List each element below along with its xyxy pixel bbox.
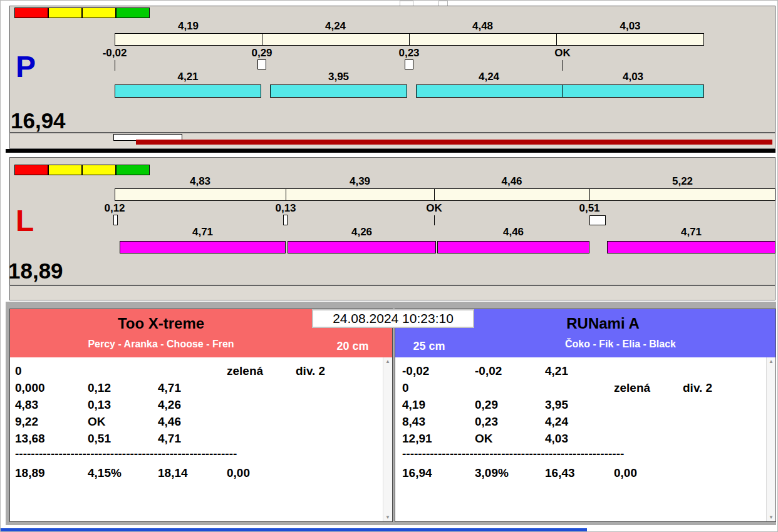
lane-p-traffic-lights xyxy=(14,8,150,18)
scroll-down-icon[interactable]: ▼ xyxy=(385,514,390,520)
split-segment xyxy=(557,34,703,45)
lane-l-run-value: 4,26 xyxy=(288,227,436,237)
lane-p-run-value: 3,95 xyxy=(270,72,407,82)
table-cell: div. 2 xyxy=(296,364,383,378)
split-segment xyxy=(590,189,775,200)
lane-l-split-value: 4,46 xyxy=(434,176,589,187)
results-divider: ----------------------------------------… xyxy=(402,447,766,461)
table-row: 4,830,134,26 xyxy=(15,396,383,413)
split-segment xyxy=(286,189,435,200)
red-light-icon xyxy=(14,165,48,175)
table-cell: 3,09% xyxy=(475,466,545,480)
taskbar-fragment[interactable] xyxy=(1,528,587,532)
split-segment xyxy=(410,34,557,45)
lane-l-change-value: OK xyxy=(415,203,453,213)
table-cell: 0 xyxy=(402,381,475,395)
table-row: 16,943,09%16,430,00 xyxy=(402,464,766,481)
team-left-members: Percy - Aranka - Choose - Fren xyxy=(10,337,312,351)
green-light-icon xyxy=(116,8,150,18)
lane-l-split-value: 4,39 xyxy=(286,176,434,187)
team-right-results: -0,02-0,024,210zelenádiv. 24,190,293,958… xyxy=(395,357,766,521)
table-cell: 8,43 xyxy=(402,415,475,429)
table-cell: 16,43 xyxy=(545,466,614,480)
lane-l-change-value: 0,12 xyxy=(96,203,133,213)
table-cell: 4,46 xyxy=(158,415,227,429)
lane-p-letter: P xyxy=(16,52,36,82)
team-left-results: 0zelenádiv. 20,0000,124,714,830,134,269,… xyxy=(10,357,383,521)
table-cell: -0,02 xyxy=(475,364,545,378)
table-cell: 4,15% xyxy=(88,466,158,480)
yellow-light-icon xyxy=(82,8,116,18)
table-row: 4,190,293,95 xyxy=(402,396,766,413)
lane-divider xyxy=(6,149,775,153)
table-cell: 0,51 xyxy=(88,432,158,446)
datetime-display: 24.08.2024 10:23:10 xyxy=(312,309,474,328)
table-row: 18,894,15%18,140,00 xyxy=(15,464,383,481)
lane-l-run-value: 4,71 xyxy=(120,227,286,237)
table-cell: 0 xyxy=(15,364,88,378)
lane-p-change-value: 0,23 xyxy=(390,48,428,58)
table-cell: 0,000 xyxy=(15,381,88,395)
team-right-scrollbar[interactable]: ▲ ▼ xyxy=(766,357,775,521)
table-row: 12,91OK4,03 xyxy=(402,430,766,447)
results-divider: ----------------------------------------… xyxy=(15,447,383,461)
team-left-scrollbar[interactable]: ▲ ▼ xyxy=(383,357,392,521)
table-cell: 0,29 xyxy=(475,398,545,412)
tick-mark xyxy=(115,60,115,71)
split-segment xyxy=(115,189,286,200)
lane-p-split-value: 4,48 xyxy=(409,21,556,31)
loss-indicator-box xyxy=(589,215,606,225)
yellow-light-icon xyxy=(48,8,82,18)
table-row: 13,680,514,71 xyxy=(15,430,383,447)
lane-p-split-value: 4,03 xyxy=(556,21,704,31)
table-cell: 18,89 xyxy=(15,466,88,480)
lane-l-run-bar xyxy=(437,241,589,253)
lane-l-run-value: 4,71 xyxy=(607,227,775,237)
lane-l-change-value: 0,13 xyxy=(267,203,304,213)
table-cell: zelená xyxy=(614,381,683,395)
lane-l-total-time: 18,89 xyxy=(8,260,63,282)
scroll-up-icon[interactable]: ▲ xyxy=(769,359,774,364)
loss-indicator-box xyxy=(257,59,266,69)
table-cell: 0,23 xyxy=(475,415,545,429)
lane-l-run-value: 4,46 xyxy=(437,227,589,237)
table-cell: 0,12 xyxy=(88,381,158,395)
table-row: 9,22OK4,46 xyxy=(15,413,383,430)
red-light-icon xyxy=(14,8,48,18)
lane-p-run-bar xyxy=(562,84,704,98)
lane-l-bottom-strip xyxy=(9,285,775,300)
lane-l-change-value: 0,51 xyxy=(571,203,608,213)
lane-p-change-value: 0,29 xyxy=(243,48,281,58)
lane-l-split-value: 4,83 xyxy=(115,176,286,187)
split-segment xyxy=(115,34,262,45)
table-cell: 4,71 xyxy=(158,432,227,446)
team-left-category: 20 cm xyxy=(324,339,381,354)
lane-p-change-value: OK xyxy=(544,48,581,58)
table-cell: 18,14 xyxy=(158,466,227,480)
table-cell: 3,95 xyxy=(545,398,614,412)
table-cell: 12,91 xyxy=(402,432,475,446)
table-cell: 16,94 xyxy=(402,466,475,480)
table-row: 0zelenádiv. 2 xyxy=(402,379,766,396)
table-cell: 4,21 xyxy=(545,364,614,378)
lane-p-run-value: 4,03 xyxy=(562,72,704,82)
table-cell: OK xyxy=(88,415,158,429)
team-left-summary: 18,894,15%18,140,00 xyxy=(15,464,383,481)
lane-p-total-time: 16,94 xyxy=(11,110,66,131)
split-segment xyxy=(262,34,410,45)
table-row: 8,430,234,24 xyxy=(402,413,766,430)
table-cell: 9,22 xyxy=(15,415,88,429)
lane-p-run-value: 4,21 xyxy=(115,72,261,82)
loss-indicator-box xyxy=(283,215,288,225)
table-cell: zelená xyxy=(227,364,296,378)
table-cell: 13,68 xyxy=(15,432,88,446)
green-light-icon xyxy=(116,165,150,175)
lane-l-run-bar xyxy=(288,241,436,253)
lane-p-run-bar xyxy=(270,84,407,98)
scroll-up-icon[interactable]: ▲ xyxy=(385,359,390,364)
table-cell: div. 2 xyxy=(683,381,766,395)
scroll-down-icon[interactable]: ▼ xyxy=(769,514,774,520)
progress-bar xyxy=(136,140,772,145)
lane-l-run-bar xyxy=(607,241,775,253)
team-left-name: Too X-treme xyxy=(10,312,312,335)
